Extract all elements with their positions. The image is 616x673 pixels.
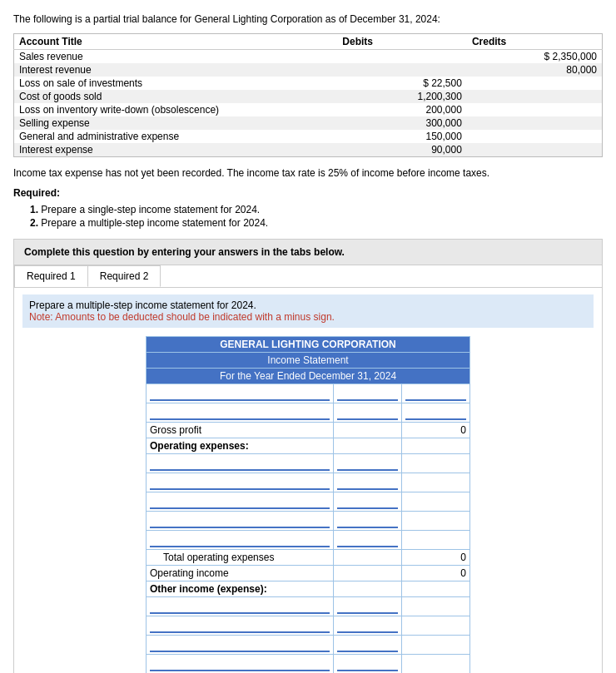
tabs-header: Required 1 Required 2 bbox=[14, 265, 602, 288]
tab-content: Prepare a multiple-step income statement… bbox=[14, 288, 602, 673]
operating-income-row: Operating income 0 bbox=[147, 566, 470, 581]
intro-text: The following is a partial trial balance… bbox=[13, 13, 603, 25]
credit-value: $ 2,350,000 bbox=[467, 50, 603, 64]
label-input-1[interactable] bbox=[150, 386, 330, 401]
tab-required-1[interactable]: Required 1 bbox=[14, 265, 88, 287]
col-header-credits: Credits bbox=[467, 34, 603, 50]
operating-income-value: 0 bbox=[402, 566, 470, 581]
label-input-7[interactable] bbox=[150, 532, 330, 547]
debit-value: $ 22,500 bbox=[337, 77, 467, 90]
col-header-account: Account Title bbox=[14, 34, 338, 50]
label-input-10[interactable] bbox=[150, 637, 330, 652]
requirements-list: 1. Prepare a single-step income statemen… bbox=[30, 204, 603, 229]
mid-input-11[interactable] bbox=[337, 656, 398, 671]
total-operating-expenses-row: Total operating expenses 0 bbox=[147, 550, 470, 566]
debit-value bbox=[337, 63, 467, 77]
income-tax-note: Income tax expense has not yet been reco… bbox=[13, 167, 603, 179]
account-title: Loss on inventory write-down (obsolescen… bbox=[14, 103, 338, 116]
account-title: Cost of goods sold bbox=[14, 90, 338, 103]
required-label: Required: bbox=[13, 187, 603, 199]
other-income-label-row: Other income (expense): bbox=[147, 581, 470, 597]
table-row: Loss on sale of investments $ 22,500 bbox=[14, 77, 603, 90]
is-title: GENERAL LIGHTING CORPORATION bbox=[147, 337, 470, 353]
debit-value: 300,000 bbox=[337, 116, 467, 130]
gross-profit-label: Gross profit bbox=[147, 423, 334, 438]
right-input-1[interactable] bbox=[405, 386, 466, 401]
table-row bbox=[147, 473, 470, 492]
trial-balance-table: Account Title Debits Credits Sales reven… bbox=[13, 33, 603, 157]
table-row bbox=[147, 597, 470, 616]
is-period-row: For the Year Ended December 31, 2024 bbox=[147, 369, 470, 384]
account-title: Sales revenue bbox=[14, 50, 338, 64]
table-row: Interest revenue 80,000 bbox=[14, 63, 603, 77]
is-subtitle-row: Income Statement bbox=[147, 353, 470, 369]
complete-box-text: Complete this question by entering your … bbox=[24, 246, 345, 258]
mid-input-2[interactable] bbox=[337, 405, 398, 420]
table-row bbox=[147, 512, 470, 531]
mid-input-9[interactable] bbox=[337, 618, 398, 633]
label-input-5[interactable] bbox=[150, 494, 330, 509]
col-header-debits: Debits bbox=[337, 34, 467, 50]
tabs-container: Required 1 Required 2 Prepare a multiple… bbox=[13, 265, 603, 673]
credit-value bbox=[467, 90, 603, 103]
label-input-11[interactable] bbox=[150, 656, 330, 671]
table-row bbox=[147, 403, 470, 423]
mid-input-1[interactable] bbox=[337, 386, 398, 401]
label-input-4[interactable] bbox=[150, 475, 330, 490]
table-row: Interest expense 90,000 bbox=[14, 143, 603, 157]
account-title: General and administrative expense bbox=[14, 130, 338, 143]
income-statement-wrapper: GENERAL LIGHTING CORPORATION Income Stat… bbox=[22, 336, 594, 673]
credit-value bbox=[467, 103, 603, 116]
requirement-item: 2. Prepare a multiple-step income statem… bbox=[30, 217, 603, 229]
debit-value: 200,000 bbox=[337, 103, 467, 116]
debit-value: 1,200,300 bbox=[337, 90, 467, 103]
account-title: Interest expense bbox=[14, 143, 338, 157]
total-operating-expenses-value: 0 bbox=[402, 550, 470, 566]
total-operating-expenses-label: Total operating expenses bbox=[147, 550, 334, 566]
right-input-2[interactable] bbox=[405, 405, 466, 420]
mid-input-4[interactable] bbox=[337, 475, 398, 490]
debit-value bbox=[337, 50, 467, 64]
credit-value bbox=[467, 143, 603, 157]
credit-value bbox=[467, 77, 603, 90]
operating-expenses-label: Operating expenses: bbox=[147, 438, 334, 454]
gross-profit-value: 0 bbox=[402, 423, 470, 438]
mid-input-10[interactable] bbox=[337, 637, 398, 652]
table-row bbox=[147, 636, 470, 655]
credit-value bbox=[467, 116, 603, 130]
complete-box: Complete this question by entering your … bbox=[13, 239, 603, 265]
label-input-6[interactable] bbox=[150, 513, 330, 528]
account-title: Selling expense bbox=[14, 116, 338, 130]
income-statement-table: GENERAL LIGHTING CORPORATION Income Stat… bbox=[146, 336, 470, 673]
table-row bbox=[147, 492, 470, 512]
tab-required-2[interactable]: Required 2 bbox=[87, 265, 161, 287]
label-input-9[interactable] bbox=[150, 618, 330, 633]
instruction-line1: Prepare a multiple-step income statement… bbox=[29, 299, 587, 311]
credit-value: 80,000 bbox=[467, 63, 603, 77]
table-row bbox=[147, 655, 470, 674]
table-row bbox=[147, 454, 470, 473]
mid-input-6[interactable] bbox=[337, 513, 398, 528]
operating-income-label: Operating income bbox=[147, 566, 334, 581]
credit-value bbox=[467, 130, 603, 143]
account-title: Interest revenue bbox=[14, 63, 338, 77]
mid-input-5[interactable] bbox=[337, 494, 398, 509]
is-subtitle: Income Statement bbox=[147, 353, 470, 369]
debit-value: 90,000 bbox=[337, 143, 467, 157]
is-title-row: GENERAL LIGHTING CORPORATION bbox=[147, 337, 470, 353]
mid-input-8[interactable] bbox=[337, 599, 398, 614]
mid-input-7[interactable] bbox=[337, 532, 398, 547]
label-input-3[interactable] bbox=[150, 456, 330, 471]
instruction-bar: Prepare a multiple-step income statement… bbox=[22, 294, 594, 328]
gross-profit-row: Gross profit 0 bbox=[147, 423, 470, 438]
mid-input-3[interactable] bbox=[337, 456, 398, 471]
label-input-8[interactable] bbox=[150, 599, 330, 614]
table-row bbox=[147, 384, 470, 403]
account-title: Loss on sale of investments bbox=[14, 77, 338, 90]
other-income-label: Other income (expense): bbox=[147, 581, 334, 597]
table-row: Cost of goods sold 1,200,300 bbox=[14, 90, 603, 103]
table-row: Loss on inventory write-down (obsolescen… bbox=[14, 103, 603, 116]
table-row bbox=[147, 616, 470, 636]
instruction-line2: Note: Amounts to be deducted should be i… bbox=[29, 311, 587, 323]
label-input-2[interactable] bbox=[150, 405, 330, 420]
